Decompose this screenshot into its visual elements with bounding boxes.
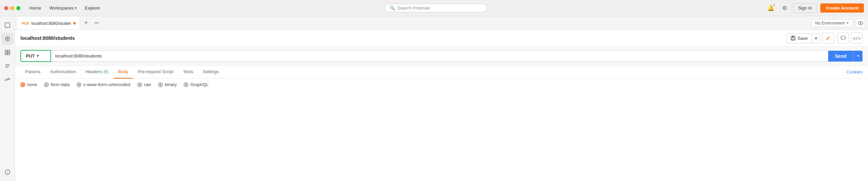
body-option-graphql[interactable]: GraphQL (184, 82, 208, 87)
top-navigation: Home Workspaces ▾ Explore 🔍 Search Postm… (0, 0, 868, 16)
body-options-row: none form-data x-www-form-urlencoded raw… (15, 79, 868, 90)
body-option-none[interactable]: none (20, 82, 37, 87)
url-input[interactable] (51, 50, 828, 62)
form-data-radio[interactable] (44, 82, 49, 87)
save-label: Save (797, 36, 808, 41)
url-bar: PUT ▾ Send ▾ (15, 47, 868, 66)
search-postman-input[interactable]: 🔍 Search Postman (385, 4, 487, 12)
workspaces-nav-link[interactable]: Workspaces ▾ (46, 4, 80, 12)
send-button-group: Send ▾ (828, 51, 863, 62)
env-selector-label: No Environment (815, 21, 844, 26)
raw-label: raw (144, 82, 151, 87)
request-title-bar: localhost:8080/students Save ▾ (15, 30, 868, 47)
tab-params[interactable]: Params (20, 66, 45, 79)
svg-rect-5 (5, 53, 7, 55)
content-area: PUT localhost:8080/studen + ••• No Envir… (15, 16, 868, 181)
graphql-label: GraphQL (190, 82, 208, 87)
request-tab-1[interactable]: PUT localhost:8080/studen (18, 17, 80, 30)
tab-authorization[interactable]: Authorization (45, 66, 81, 79)
svg-rect-3 (5, 50, 7, 52)
tab-unsaved-dot (73, 22, 76, 24)
search-bar-container: 🔍 Search Postman (109, 4, 763, 12)
urlencoded-radio[interactable] (77, 82, 81, 87)
request-title: localhost:8080/students (20, 35, 75, 41)
sidebar-new-request-icon[interactable] (1, 19, 14, 31)
headers-label: Headers (86, 69, 102, 74)
nav-links: Home Workspaces ▾ Explore (26, 4, 103, 12)
save-dropdown-button[interactable]: ▾ (812, 33, 820, 43)
search-placeholder-text: Search Postman (397, 5, 430, 11)
body-option-urlencoded[interactable]: x-www-form-urlencoded (77, 82, 130, 87)
method-selector[interactable]: PUT ▾ (20, 50, 51, 62)
home-nav-link[interactable]: Home (26, 4, 45, 12)
body-option-binary[interactable]: binary (158, 82, 177, 87)
svg-rect-4 (8, 50, 10, 52)
none-label: none (27, 82, 37, 87)
sidebar-info-icon[interactable]: i (1, 166, 14, 178)
svg-point-13 (860, 22, 861, 24)
nav-right-actions: 🔔 ⚙ Sign In Create Account (766, 3, 864, 13)
tabs-bar: PUT localhost:8080/studen + ••• No Envir… (15, 16, 868, 30)
svg-text:i: i (7, 171, 8, 174)
save-button-group: Save ▾ (786, 33, 820, 43)
notification-dot (773, 4, 775, 6)
environment-selector[interactable]: No Environment ▼ (811, 19, 853, 27)
main-layout: i PUT localhost:8080/studen + ••• No Env… (0, 16, 868, 181)
graphql-radio[interactable] (184, 82, 188, 87)
body-option-raw[interactable]: raw (137, 82, 151, 87)
tab-tests[interactable]: Tests (178, 66, 198, 79)
maximize-window-button[interactable] (16, 6, 20, 10)
comment-icon (841, 36, 846, 40)
svg-rect-16 (792, 36, 794, 37)
tab-headers[interactable]: Headers (8) (81, 66, 113, 79)
send-button[interactable]: Send (828, 51, 853, 62)
request-panel: localhost:8080/students Save ▾ (15, 30, 868, 181)
tab-settings[interactable]: Settings (198, 66, 223, 79)
eye-environment-button[interactable] (856, 18, 865, 28)
workspaces-chevron-icon: ▾ (75, 6, 77, 10)
request-tabs-right: Cookies (847, 69, 863, 75)
sidebar-history-icon[interactable] (1, 60, 14, 72)
request-tabs-row: Params Authorization Headers (8) Body Pr… (15, 66, 868, 79)
tabs-bar-right: No Environment ▼ (811, 18, 865, 28)
raw-radio[interactable] (137, 82, 142, 87)
body-option-form-data[interactable]: form-data (44, 82, 70, 87)
comment-icon-button[interactable] (837, 33, 849, 44)
tab-pre-request-script[interactable]: Pre-request Script (133, 66, 178, 79)
svg-rect-17 (841, 36, 845, 39)
svg-rect-0 (5, 23, 10, 28)
sidebar: i (0, 16, 15, 181)
sidebar-environments-icon[interactable] (1, 46, 14, 59)
settings-button[interactable]: ⚙ (779, 3, 790, 13)
notifications-button[interactable]: 🔔 (766, 3, 776, 13)
explore-nav-link[interactable]: Explore (81, 4, 103, 12)
tab-body[interactable]: Body (113, 66, 133, 79)
minimize-window-button[interactable] (10, 6, 14, 10)
add-tab-button[interactable]: + (81, 18, 91, 28)
search-icon: 🔍 (390, 5, 395, 11)
gear-icon: ⚙ (782, 5, 787, 11)
close-window-button[interactable] (4, 6, 8, 10)
pen-icon (826, 36, 831, 40)
sidebar-collections-icon[interactable] (1, 33, 14, 45)
sidebar-monitor-icon[interactable] (1, 73, 14, 86)
window-controls (4, 6, 20, 10)
save-button[interactable]: Save (786, 33, 812, 43)
env-chevron-icon: ▼ (846, 21, 849, 25)
send-chevron-icon: ▾ (857, 54, 859, 58)
svg-point-2 (7, 38, 8, 39)
cookies-button[interactable]: Cookies (847, 69, 863, 75)
code-icon: </> (853, 36, 861, 41)
tab-more-button[interactable]: ••• (92, 19, 101, 27)
urlencoded-label: x-www-form-urlencoded (83, 82, 130, 87)
send-dropdown-button[interactable]: ▾ (853, 51, 863, 62)
binary-radio[interactable] (158, 82, 163, 87)
pen-icon-button[interactable] (822, 33, 834, 44)
sign-in-button[interactable]: Sign In (793, 3, 817, 13)
none-radio[interactable] (20, 82, 25, 87)
method-label: PUT (26, 53, 35, 59)
code-snippet-button[interactable]: </> (851, 33, 863, 44)
save-chevron-icon: ▾ (815, 36, 817, 41)
create-account-button[interactable]: Create Account (820, 3, 864, 13)
headers-badge: (8) (104, 69, 109, 74)
